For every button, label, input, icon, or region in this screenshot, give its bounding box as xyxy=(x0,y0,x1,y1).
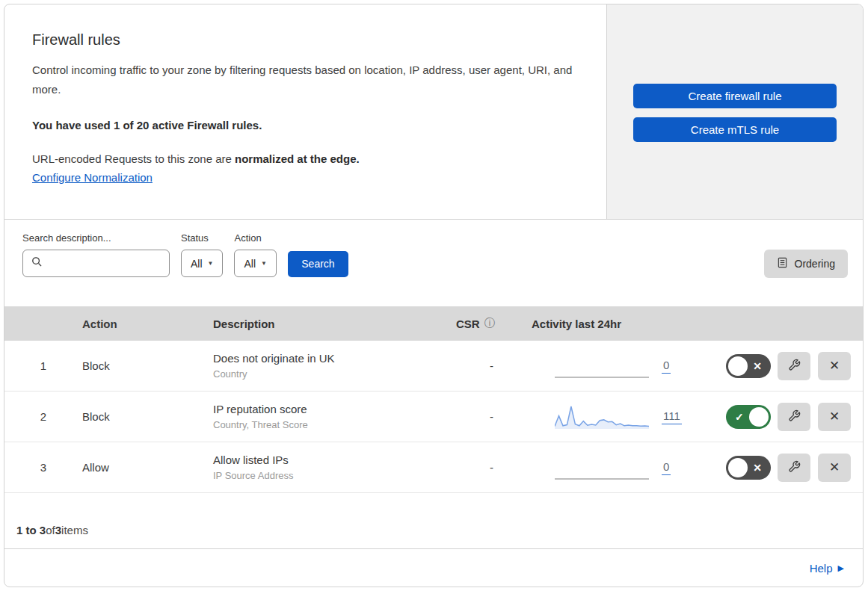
activity-column-header: Activity last 24hr xyxy=(527,318,863,330)
rule-description-cell: IP reputation score Country, Threat Scor… xyxy=(213,403,456,430)
range-text: 1 to 3 xyxy=(16,524,46,536)
configure-normalization-link[interactable]: Configure Normalization xyxy=(32,171,153,184)
toggle-knob xyxy=(728,458,748,477)
pagination-summary: 1 to 3 of 3 items xyxy=(4,493,863,548)
normalization-bold-text: normalized at the edge. xyxy=(235,152,360,165)
edit-rule-button[interactable] xyxy=(778,454,810,482)
activity-sparkline xyxy=(555,353,649,379)
wrench-icon xyxy=(788,409,801,424)
header-section: Firewall rules Control incoming traffic … xyxy=(4,4,863,220)
search-icon xyxy=(31,256,43,270)
rule-fields: Country xyxy=(213,368,456,380)
normalization-text: URL-encoded Requests to this zone are xyxy=(32,152,235,165)
search-field-label: Search description... xyxy=(22,232,170,244)
status-filter-select[interactable]: All ▼ xyxy=(181,250,223,277)
chevron-down-icon: ▼ xyxy=(261,260,267,267)
normalization-note: URL-encoded Requests to this zone are no… xyxy=(32,152,576,165)
action-filter-select[interactable]: All ▼ xyxy=(234,250,276,277)
rule-action: Block xyxy=(82,410,213,423)
rule-activity-cell: 0 xyxy=(527,353,726,379)
activity-count-link[interactable]: 111 xyxy=(662,409,682,424)
toggle-knob xyxy=(749,407,769,427)
status-filter-value: All xyxy=(191,258,203,270)
help-link[interactable]: Help ▶ xyxy=(810,562,844,575)
table-header: Action Description CSR ⓘ Activity last 2… xyxy=(4,306,863,341)
toggle-cell: ✕ xyxy=(726,456,771,480)
firewall-rules-card: Firewall rules Control incoming traffic … xyxy=(4,4,864,587)
rule-description: IP reputation score xyxy=(213,403,456,415)
rule-description-cell: Does not originate in UK Country xyxy=(213,352,456,380)
toggle-knob xyxy=(728,356,748,376)
total-count: 3 xyxy=(55,524,61,536)
rule-priority: 1 xyxy=(4,359,82,372)
page-title: Firewall rules xyxy=(32,31,576,49)
rule-csr-value: - xyxy=(456,410,527,423)
rule-action: Block xyxy=(82,359,213,372)
ordering-button[interactable]: Ordering xyxy=(764,250,848,278)
items-text: items xyxy=(61,524,88,536)
csr-header-label: CSR xyxy=(456,318,480,330)
delete-rule-button[interactable]: ✕ xyxy=(818,454,851,482)
usage-summary: You have used 1 of 20 active Firewall ru… xyxy=(32,119,576,131)
search-input-box[interactable] xyxy=(22,250,170,277)
toggle-state-icon: ✓ xyxy=(735,405,744,429)
rule-activity-cell: 0 xyxy=(527,455,726,480)
toggle-state-icon: ✕ xyxy=(753,354,762,378)
edit-rule-button[interactable] xyxy=(778,403,810,431)
status-filter-label: Status xyxy=(181,232,223,244)
chevron-down-icon: ▼ xyxy=(208,260,214,267)
search-field: Search description... xyxy=(22,232,170,277)
rule-enabled-toggle[interactable]: ✕ xyxy=(726,456,771,480)
action-filter-field: Action All ▼ xyxy=(234,232,276,277)
rule-priority: 3 xyxy=(4,461,82,474)
edit-rule-button[interactable] xyxy=(778,352,810,380)
activity-count-link[interactable]: 0 xyxy=(662,359,671,374)
header-text-block: Firewall rules Control incoming traffic … xyxy=(4,4,606,219)
close-icon: ✕ xyxy=(829,409,840,424)
rule-action: Allow xyxy=(82,461,213,474)
search-button[interactable]: Search xyxy=(288,251,348,277)
page-description: Control incoming traffic to your zone by… xyxy=(32,61,576,99)
of-text: of xyxy=(46,524,55,536)
ordering-button-label: Ordering xyxy=(795,258,835,270)
activity-sparkline xyxy=(555,404,649,430)
help-bar: Help ▶ xyxy=(4,548,863,587)
rule-fields: IP Source Address xyxy=(213,470,456,481)
create-mtls-rule-button[interactable]: Create mTLS rule xyxy=(633,117,837,142)
action-column-header: Action xyxy=(82,318,213,330)
rule-description: Does not originate in UK xyxy=(213,352,456,365)
csr-column-header: CSR ⓘ xyxy=(456,317,527,330)
table-row: 2 Block IP reputation score Country, Thr… xyxy=(4,392,863,442)
wrench-icon xyxy=(788,359,801,374)
info-icon[interactable]: ⓘ xyxy=(484,317,495,330)
activity-count-link[interactable]: 0 xyxy=(662,460,671,475)
close-icon: ✕ xyxy=(829,358,840,374)
action-filter-label: Action xyxy=(234,232,276,244)
status-filter-field: Status All ▼ xyxy=(181,232,223,277)
rule-enabled-toggle[interactable]: ✕ xyxy=(726,354,771,378)
arrow-right-icon: ▶ xyxy=(838,563,844,573)
rule-csr-value: - xyxy=(456,359,527,372)
create-firewall-rule-button[interactable]: Create firewall rule xyxy=(633,84,837,108)
rule-csr-value: - xyxy=(456,461,527,474)
list-ordering-icon xyxy=(777,257,788,270)
actions-panel: Create firewall rule Create mTLS rule xyxy=(606,4,863,219)
close-icon: ✕ xyxy=(829,460,840,475)
table-row: 3 Allow Allow listed IPs IP Source Addre… xyxy=(4,442,863,493)
wrench-icon xyxy=(788,460,801,475)
delete-rule-button[interactable]: ✕ xyxy=(818,403,851,431)
description-column-header: Description xyxy=(213,318,456,330)
help-link-label: Help xyxy=(810,562,833,575)
rule-description: Allow listed IPs xyxy=(213,454,456,466)
rule-activity-cell: 111 xyxy=(527,404,726,430)
delete-rule-button[interactable]: ✕ xyxy=(818,352,851,380)
rule-fields: Country, Threat Score xyxy=(213,419,456,430)
rule-description-cell: Allow listed IPs IP Source Address xyxy=(213,454,456,481)
action-filter-value: All xyxy=(244,258,256,270)
search-input[interactable] xyxy=(43,258,169,270)
toggle-cell: ✕ xyxy=(726,354,771,378)
rule-enabled-toggle[interactable]: ✓ xyxy=(726,405,771,429)
activity-sparkline xyxy=(555,455,649,480)
toggle-state-icon: ✕ xyxy=(753,456,762,480)
rule-priority: 2 xyxy=(4,410,82,423)
